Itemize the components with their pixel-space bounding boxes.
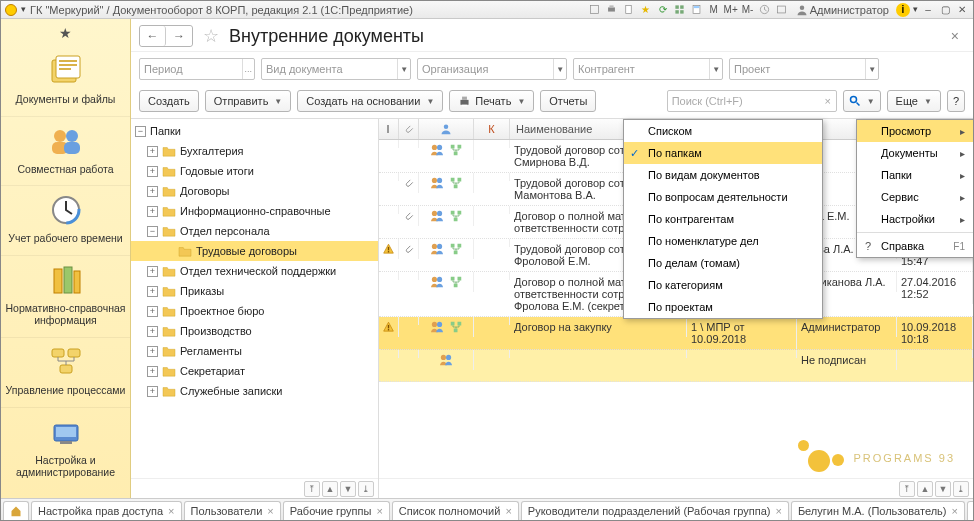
tree-item[interactable]: +Отдел технической поддержки <box>131 261 378 281</box>
expand-icon[interactable]: + <box>147 286 158 297</box>
tb-calc-icon[interactable] <box>690 3 704 17</box>
chevron-down-icon[interactable]: ▼ <box>709 59 722 79</box>
filter-period-input[interactable] <box>140 59 242 79</box>
expand-icon[interactable]: + <box>147 386 158 397</box>
tb-info-icon[interactable]: i <box>896 3 910 17</box>
window-minimize-icon[interactable]: – <box>921 3 935 17</box>
view-mode-folders[interactable]: По папкам <box>624 142 822 164</box>
sidebar-item-docs-files[interactable]: Документы и файлы <box>1 47 130 116</box>
expand-icon[interactable]: + <box>147 366 158 377</box>
more-documents[interactable]: Документы▸ <box>857 142 973 164</box>
search-clear-icon[interactable]: × <box>820 95 836 107</box>
chevron-down-icon[interactable]: ▼ <box>553 59 566 79</box>
tb-m[interactable]: M <box>707 3 721 17</box>
more-button[interactable]: Еще▼ <box>887 90 941 112</box>
window-tab[interactable]: Рабочие группы× <box>283 501 390 520</box>
window-tab[interactable]: Список полномочий× <box>392 501 519 520</box>
view-mode-nomenclature[interactable]: По номенклатуре дел <box>624 230 822 252</box>
tree-nav-up[interactable]: ▲ <box>322 481 338 497</box>
tb-m-minus[interactable]: M- <box>741 3 755 17</box>
sidebar-item-processes[interactable]: Управление процессами <box>1 337 130 407</box>
tree-item[interactable]: +Годовые итоги <box>131 161 378 181</box>
tab-close-icon[interactable]: × <box>505 505 511 517</box>
sidebar-item-teamwork[interactable]: Совместная работа <box>1 116 130 186</box>
view-mode-projects[interactable]: По проектам <box>624 296 822 318</box>
tab-close-icon[interactable]: × <box>951 505 957 517</box>
tb-grid-icon[interactable] <box>673 3 687 17</box>
col-flag-icon[interactable] <box>379 119 399 139</box>
chevron-down-icon[interactable]: ▼ <box>865 59 878 79</box>
col-attach-icon[interactable] <box>399 119 419 139</box>
expand-icon[interactable]: + <box>147 306 158 317</box>
tree-item[interactable]: +Договоры <box>131 181 378 201</box>
tree-nav-down[interactable]: ▼ <box>340 481 356 497</box>
window-tab[interactable]: Пользователи× <box>184 501 281 520</box>
create-button[interactable]: Создать <box>139 90 199 112</box>
col-k-header[interactable]: К <box>474 119 510 139</box>
view-mode-cases[interactable]: По делам (томам) <box>624 252 822 274</box>
window-tab[interactable]: Руководители подразделений (Рабочая груп… <box>521 501 789 520</box>
tb-star-icon[interactable]: ★ <box>639 3 653 17</box>
view-mode-counterparty[interactable]: По контрагентам <box>624 208 822 230</box>
tree-item[interactable]: +Регламенты <box>131 341 378 361</box>
filter-period-dd-icon[interactable]: … <box>242 59 254 79</box>
tree-item[interactable]: +Бухгалтерия <box>131 141 378 161</box>
tb-info-dd[interactable]: ▾ <box>913 5 918 14</box>
collapse-icon[interactable]: − <box>147 226 158 237</box>
more-settings[interactable]: Настройки▸ <box>857 208 973 230</box>
tree-item[interactable]: +Проектное бюро <box>131 301 378 321</box>
collapse-icon[interactable]: − <box>135 126 146 137</box>
sidebar-item-admin[interactable]: Настройка и администрирование <box>1 407 130 489</box>
expand-icon[interactable]: + <box>147 146 158 157</box>
tab-close-icon[interactable]: × <box>168 505 174 517</box>
filter-org[interactable]: ▼ <box>417 58 567 80</box>
tb-icon-1[interactable] <box>588 3 602 17</box>
expand-icon[interactable]: + <box>147 266 158 277</box>
folder-tree[interactable]: − Папки +Бухгалтерия+Годовые итоги+Догов… <box>131 119 378 478</box>
col-user-icon[interactable] <box>419 119 474 139</box>
expand-icon[interactable]: + <box>147 186 158 197</box>
filter-kind-input[interactable] <box>262 59 397 79</box>
print-button[interactable]: Печать▼ <box>449 90 534 112</box>
history-dropdown-icon[interactable]: ▾ <box>21 5 26 14</box>
tab-close-icon[interactable]: × <box>376 505 382 517</box>
tab-home[interactable] <box>3 501 29 520</box>
filter-project[interactable]: ▼ <box>729 58 879 80</box>
tree-item[interactable]: +Производство <box>131 321 378 341</box>
advanced-search-button[interactable]: ▼ <box>843 90 881 112</box>
nav-forward-button[interactable]: → <box>166 26 192 46</box>
view-mode-list[interactable]: Списком <box>624 120 822 142</box>
grid-row[interactable]: Не подписан <box>379 350 973 382</box>
tree-item[interactable]: +Информационно-справочные <box>131 201 378 221</box>
page-close-button[interactable]: × <box>945 28 965 44</box>
tb-print-icon[interactable] <box>605 3 619 17</box>
view-mode-activity[interactable]: По вопросам деятельности <box>624 186 822 208</box>
grid-nav-up[interactable]: ▲ <box>917 481 933 497</box>
view-mode-types[interactable]: По видам документов <box>624 164 822 186</box>
tree-item[interactable]: +Служебные записки <box>131 381 378 401</box>
more-service[interactable]: Сервис▸ <box>857 186 973 208</box>
tb-m-plus[interactable]: M+ <box>724 3 738 17</box>
window-tab[interactable]: Настройка прав доступа× <box>31 501 182 520</box>
grid-nav-first[interactable]: ⤒ <box>899 481 915 497</box>
expand-icon[interactable]: + <box>147 206 158 217</box>
filter-project-input[interactable] <box>730 59 865 79</box>
more-help[interactable]: ?СправкаF1 <box>857 235 973 257</box>
filter-period[interactable]: … <box>139 58 255 80</box>
tree-item[interactable]: Трудовые договоры <box>131 241 378 261</box>
window-maximize-icon[interactable]: ▢ <box>938 3 952 17</box>
nav-back-button[interactable]: ← <box>140 26 166 46</box>
sidebar-item-ref-info[interactable]: Нормативно-справочная информация <box>1 255 130 337</box>
tree-root[interactable]: − Папки <box>131 121 378 141</box>
expand-icon[interactable]: + <box>147 166 158 177</box>
chevron-down-icon[interactable]: ▼ <box>397 59 410 79</box>
more-view[interactable]: Просмотр▸ <box>857 120 973 142</box>
tree-item[interactable]: +Приказы <box>131 281 378 301</box>
filter-kind[interactable]: ▼ <box>261 58 411 80</box>
tree-item[interactable]: +Секретариат <box>131 361 378 381</box>
send-button[interactable]: Отправить▼ <box>205 90 291 112</box>
sidebar-item-timesheet[interactable]: Учет рабочего времени <box>1 185 130 255</box>
filter-org-input[interactable] <box>418 59 553 79</box>
help-button[interactable]: ? <box>947 90 965 112</box>
filter-counterparty-input[interactable] <box>574 59 709 79</box>
